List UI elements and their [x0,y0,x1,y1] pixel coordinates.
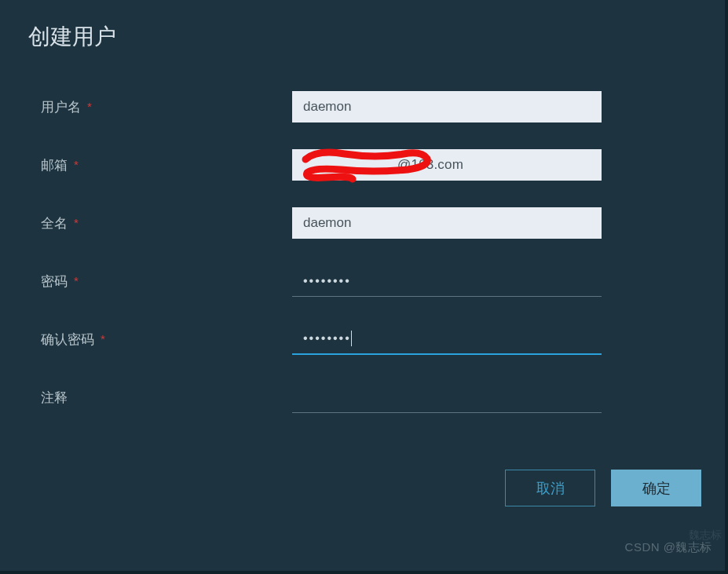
text-caret [351,331,352,346]
label-fullname: 全名 * [41,214,292,232]
row-confirm-password: 确认密码 * •••••••• [24,324,704,355]
watermark: CSDN @魏志标 [625,540,712,555]
row-email: 邮箱 * @163.com [24,149,704,181]
confirm-button[interactable]: 确定 [611,470,701,506]
fullname-input[interactable] [292,207,602,239]
username-input[interactable] [292,91,602,122]
label-confirm-password: 确认密码 * [41,331,292,349]
action-bar: 取消 确定 [24,470,704,506]
label-username: 用户名 * [41,98,292,116]
row-fullname: 全名 * [24,207,704,239]
create-user-modal: 创建用户 用户名 * 邮箱 * @163.com 全名 * [0,0,728,506]
watermark-secondary: 魏志标 [689,528,722,543]
required-marker: * [74,159,79,170]
confirm-password-input[interactable]: •••••••• [292,324,602,355]
right-border [725,0,728,574]
comment-input[interactable] [292,382,602,413]
label-comment: 注释 [41,389,292,407]
bottom-border [0,571,728,574]
password-input[interactable]: •••••••• [292,265,602,297]
required-marker: * [101,333,105,345]
required-marker: * [74,217,79,229]
row-username: 用户名 * [24,91,704,122]
required-marker: * [87,101,92,112]
modal-title: 创建用户 [28,22,704,52]
row-comment: 注释 [24,382,704,413]
cancel-button[interactable]: 取消 [505,470,595,506]
label-email: 邮箱 * [41,156,292,174]
email-visible-suffix: @163.com [397,157,463,173]
label-password: 密码 * [41,272,292,291]
row-password: 密码 * •••••••• [24,265,704,297]
email-input[interactable]: @163.com [292,149,602,181]
required-marker: * [74,275,79,287]
